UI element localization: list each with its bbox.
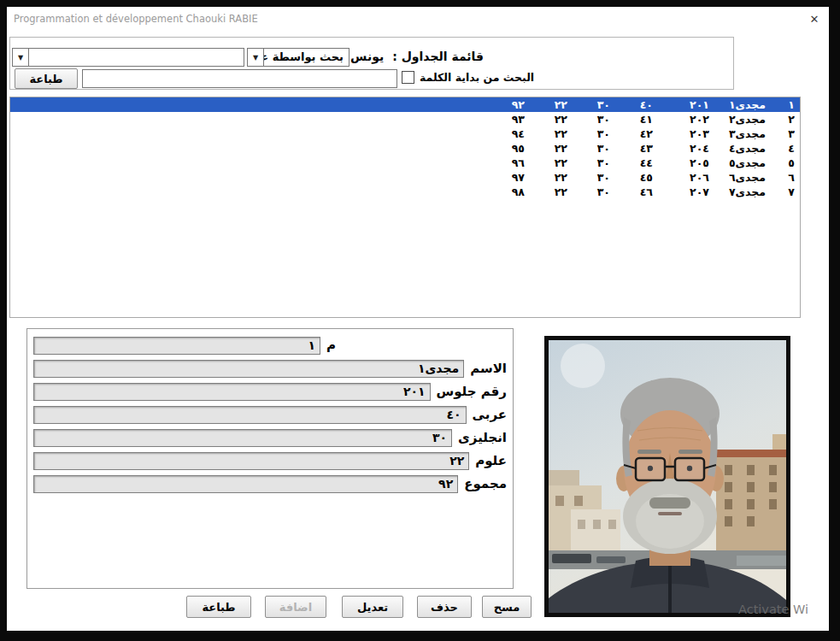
cell-serial: ٢ [766,113,795,126]
cell-total: ٩٥ [479,142,525,155]
chevron-down-icon[interactable]: ▼ [248,49,264,66]
cell-serial: ٦ [766,171,795,184]
cell-english: ٣٠ [567,142,610,155]
tables-caption: قائمة الجداول : يونس [345,50,484,63]
cell-science: ٢٢ [525,185,567,198]
cell-arabic: ٤٤ [610,156,653,169]
cell-seat-number: ٢٠٢ [653,113,709,126]
cell-total: ٩٦ [479,156,525,169]
list-item[interactable]: ٤ مجدى٤ ٢٠٤ ٤٣ ٣٠ ٢٢ ٩٥ [10,141,800,156]
cell-science: ٢٢ [525,142,567,155]
search-column-combobox[interactable]: ▼ بحث بواسطة عمود : [247,48,350,67]
total-score-input[interactable]: ٩٢ [33,475,458,493]
cell-science: ٢٢ [525,98,567,111]
arabic-score-label: عربى [473,407,507,422]
close-icon: ✕ [810,13,819,26]
activation-watermark: Activate Wi [738,603,808,616]
seat-number-input[interactable]: ٢٠١ [33,383,431,401]
app-window: Programmation et développement Chaouki R… [7,7,829,631]
field-row-name: مجدى١ الاسم [33,359,507,378]
cell-name: مجدى١ [709,98,766,111]
field-row-english: ٣٠ انجليزى [33,428,507,447]
name-label: الاسم [470,361,507,376]
cell-arabic: ٤٥ [610,171,653,184]
list-item[interactable]: ٦ مجدى٦ ٢٠٦ ٤٥ ٣٠ ٢٢ ٩٧ [10,170,800,185]
arabic-score-input[interactable]: ٤٠ [33,406,467,424]
search-panel: ▼ ▼ بحث بواسطة عمود : قائمة الجداول : يو… [9,37,734,90]
photo-frame [544,336,790,617]
science-score-label: علوم [475,453,507,468]
cell-arabic: ٤٣ [610,142,653,155]
list-item[interactable]: ١ مجدى١ ٢٠١ ٤٠ ٣٠ ٢٢ ٩٢ [10,97,800,112]
cell-seat-number: ٢٠١ [653,98,709,111]
records-list[interactable]: ١ مجدى١ ٢٠١ ٤٠ ٣٠ ٢٢ ٩٢ ٢ مجدى٢ ٢٠٢ ٤١ ٣… [9,97,801,318]
cell-english: ٣٠ [567,185,610,198]
cell-name: مجدى٧ [709,185,766,198]
cell-seat-number: ٢٠٣ [653,127,709,140]
cell-english: ٣٠ [567,98,610,111]
field-row-serial: ١ م [33,336,507,355]
cell-name: مجدى٤ [709,142,766,155]
cell-science: ٢٢ [525,156,567,169]
cell-serial: ٤ [766,142,795,155]
cell-arabic: ٤٢ [610,127,653,140]
cell-english: ٣٠ [567,127,610,140]
title-bar: Programmation et développement Chaouki R… [7,7,829,32]
cell-arabic: ٤٠ [610,98,653,111]
cell-seat-number: ٢٠٥ [653,156,709,169]
cell-seat-number: ٢٠٤ [653,142,709,155]
cell-english: ٣٠ [567,171,610,184]
cell-science: ٢٢ [525,171,567,184]
english-score-input[interactable]: ٣٠ [33,429,452,447]
match-start-checkbox[interactable]: البحث من بداية الكلمة [402,71,534,84]
serial-input[interactable]: ١ [33,337,320,355]
field-row-total: ٩٢ مجموع [33,474,507,493]
list-item[interactable]: ٢ مجدى٢ ٢٠٢ ٤١ ٣٠ ٢٢ ٩٣ [10,112,800,126]
cell-serial: ١ [766,98,795,111]
cell-total: ٩٨ [479,185,525,198]
total-score-label: مجموع [464,476,507,491]
cell-name: مجدى٢ [709,113,766,126]
print-button-bottom[interactable]: طباعة [186,596,251,618]
cell-arabic: ٤١ [610,113,653,126]
list-item[interactable]: ٣ مجدى٣ ٢٠٣ ٤٢ ٣٠ ٢٢ ٩٤ [10,126,800,141]
cell-english: ٣٠ [567,156,610,169]
field-row-arabic: ٤٠ عربى [33,405,507,424]
name-input[interactable]: مجدى١ [33,360,464,378]
cell-serial: ٧ [766,185,795,198]
field-row-science: ٢٢ علوم [33,451,507,470]
cell-serial: ٥ [766,156,795,169]
close-button[interactable]: ✕ [805,10,824,27]
tables-list-label: قائمة الجداول : [392,50,484,63]
current-table-name: يونس [350,50,384,63]
add-button[interactable]: اضافة [265,596,326,618]
portrait-photo [549,340,786,613]
cell-total: ٩٢ [479,98,525,111]
edit-button[interactable]: تعديل [342,596,403,618]
checkbox-icon[interactable] [402,71,414,84]
list-item[interactable]: ٥ مجدى٥ ٢٠٥ ٤٤ ٣٠ ٢٢ ٩٦ [10,156,800,170]
search-value-combobox-text [29,49,244,66]
science-score-input[interactable]: ٢٢ [33,452,469,470]
list-item[interactable]: ٧ مجدى٧ ٢٠٧ ٤٦ ٣٠ ٢٢ ٩٨ [10,185,800,199]
chevron-down-icon[interactable]: ▼ [13,49,29,66]
cell-science: ٢٢ [525,113,567,126]
cell-name: مجدى٦ [709,171,766,184]
delete-button[interactable]: حذف [417,596,472,618]
cell-serial: ٣ [766,127,795,140]
cell-total: ٩٤ [479,127,525,140]
cell-name: مجدى٥ [709,156,766,169]
cell-total: ٩٧ [479,171,525,184]
clear-button[interactable]: مسح [482,596,532,618]
search-value-combobox[interactable]: ▼ [12,48,244,67]
match-start-label: البحث من بداية الكلمة [420,71,534,84]
search-column-combobox-text: بحث بواسطة عمود : [264,49,349,66]
record-detail-panel: ١ م مجدى١ الاسم ٢٠١ رقم جلوس ٤٠ عربى ٣٠ … [26,328,514,589]
cell-seat-number: ٢٠٧ [653,185,709,198]
search-input[interactable] [82,69,397,88]
cell-arabic: ٤٦ [610,185,653,198]
print-button-top[interactable]: طباعة [15,68,78,89]
cell-english: ٣٠ [567,113,610,126]
english-score-label: انجليزى [458,430,507,445]
field-row-seat-number: ٢٠١ رقم جلوس [33,382,507,401]
